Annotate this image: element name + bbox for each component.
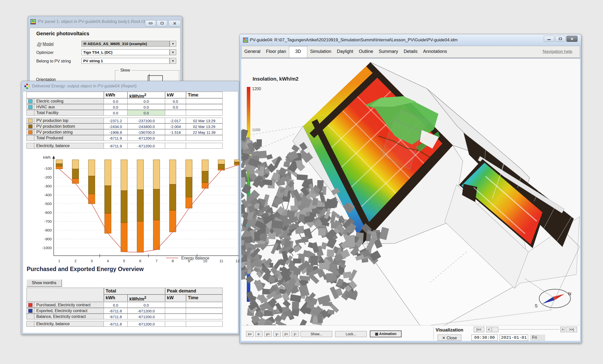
svg-text:4: 4: [107, 259, 109, 263]
svg-text:-400: -400: [44, 193, 52, 197]
svg-text:7: 7: [156, 259, 158, 263]
svg-text:5: 5: [123, 259, 125, 263]
svg-text:1100: 1100: [252, 127, 260, 132]
svg-text:1200: 1200: [252, 87, 261, 91]
svg-text:-200: -200: [44, 175, 52, 179]
svg-text:1: 1: [58, 259, 60, 263]
svg-text:-700: -700: [44, 219, 52, 223]
svg-text:Energy balance: Energy balance: [181, 256, 209, 260]
svg-text:-600: -600: [44, 210, 52, 215]
svg-text:-100: -100: [44, 166, 52, 171]
svg-text:Insolation, kWh/m2: Insolation, kWh/m2: [253, 76, 298, 82]
svg-text:kWh: kWh: [43, 155, 51, 159]
svg-text:8: 8: [172, 259, 174, 263]
svg-text:N: N: [568, 291, 571, 296]
svg-text:-1000: -1000: [42, 246, 52, 250]
svg-text:-500: -500: [44, 202, 52, 206]
svg-text:12: 12: [235, 259, 240, 263]
svg-text:-300: -300: [44, 184, 52, 188]
svg-text:3: 3: [91, 259, 93, 263]
svg-text:-900: -900: [44, 237, 52, 241]
svg-text:11: 11: [219, 259, 223, 263]
svg-text:-800: -800: [44, 228, 52, 232]
svg-text:6: 6: [139, 259, 141, 263]
svg-text:2: 2: [74, 259, 76, 263]
svg-text:S: S: [535, 304, 537, 308]
